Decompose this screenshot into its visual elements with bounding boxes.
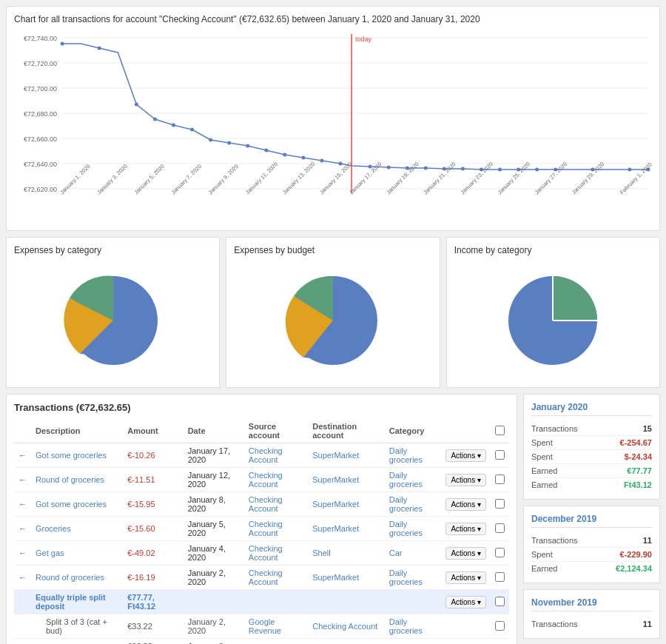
sidebar-row-0-0: Transactions15	[531, 422, 652, 436]
actions-button[interactable]: Actions	[445, 498, 486, 511]
sidebar-month-card-0: January 2020Transactions15Spent€-254.67S…	[523, 394, 660, 500]
row-source: Checking Account	[244, 517, 308, 541]
col-actions	[441, 419, 491, 443]
sidebar-row-value-0-0: 15	[643, 424, 652, 433]
svg-text:January 29, 2020: January 29, 2020	[571, 161, 605, 195]
svg-text:€72,720.00: €72,720.00	[24, 60, 57, 67]
row-checkbox[interactable]	[495, 572, 505, 582]
row-amount: €-15.60	[123, 517, 183, 541]
split-row-amount: €33.22	[123, 614, 183, 639]
row-checkbox[interactable]	[495, 523, 505, 533]
actions-button[interactable]: Actions	[445, 523, 486, 535]
svg-text:January 27, 2020: January 27, 2020	[534, 161, 568, 195]
row-checkbox[interactable]	[495, 450, 505, 460]
income-by-category-card: Income by category	[446, 237, 660, 388]
row-category: Daily groceries	[385, 443, 442, 468]
sidebar-row-value-0-4: Ft43.12	[624, 480, 652, 489]
row-actions-cell: Actions	[441, 517, 491, 541]
row-destination: SuperMarket	[308, 443, 384, 468]
svg-text:January 5, 2020: January 5, 2020	[132, 163, 165, 195]
sidebar-row-0-4: EarnedFt43.12	[531, 478, 652, 492]
row-checkbox[interactable]	[495, 499, 505, 509]
sidebar-row-0-1: Spent€-254.67	[531, 436, 652, 450]
svg-text:January 9, 2020: January 9, 2020	[207, 163, 240, 195]
select-all-checkbox[interactable]	[495, 426, 505, 435]
svg-point-35	[461, 167, 465, 171]
split-row-category	[385, 639, 442, 645]
split-header-checkbox[interactable]	[495, 597, 505, 606]
expenses-category-title: Expenses by category	[14, 245, 212, 255]
svg-text:January 1, 2020: January 1, 2020	[58, 163, 91, 195]
row-destination: SuperMarket	[308, 566, 384, 590]
row-description: Get gas	[31, 541, 123, 566]
row-description: Round of groceries	[31, 468, 123, 492]
row-category: Daily groceries	[385, 517, 442, 541]
row-checkbox[interactable]	[495, 474, 505, 484]
row-actions-cell: Actions	[441, 541, 491, 566]
split-row-source: Local Bank	[244, 639, 308, 645]
sidebar-row-label-2-0: Transactions	[531, 620, 578, 628]
actions-button[interactable]: Actions	[445, 449, 486, 462]
row-actions-cell: Actions	[441, 468, 491, 492]
svg-point-18	[135, 103, 138, 107]
svg-point-24	[246, 144, 249, 148]
sidebar-row-label-1-2: Earned	[531, 564, 557, 573]
svg-text:January 11, 2020: January 11, 2020	[244, 161, 279, 195]
row-category: Car	[385, 541, 442, 566]
actions-button[interactable]: Actions	[445, 474, 486, 486]
sidebar-row-0-2: Spent$-24.34	[531, 450, 652, 464]
sidebar-row-label-1-1: Spent	[531, 550, 553, 559]
split-row-source: Google Revenue	[244, 614, 308, 639]
svg-point-27	[301, 156, 305, 160]
sidebar-row-value-1-2: €2,124.34	[616, 564, 652, 573]
svg-point-20	[172, 124, 175, 127]
sidebar-row-0-3: Earned€77.77	[531, 464, 652, 478]
split-row-actions-cell	[441, 614, 491, 639]
split-row-description: Split 3 of 3 (cat + bud)	[31, 614, 123, 639]
split-row-checkbox[interactable]	[495, 621, 505, 631]
sidebar-row-label-0-2: Spent	[531, 452, 553, 461]
svg-point-26	[283, 153, 286, 157]
sidebar-row-value-0-1: €-254.67	[620, 438, 652, 447]
split-row-category: Daily groceries	[385, 614, 442, 639]
actions-button[interactable]: Actions	[445, 547, 486, 560]
split-actions-button[interactable]: Actions	[445, 596, 486, 608]
svg-point-33	[424, 167, 428, 170]
svg-text:January 23, 2020: January 23, 2020	[459, 161, 494, 195]
line-chart: €72,740.00 €72,720.00 €72,700.00 €72,680…	[14, 30, 652, 223]
sidebar-row-1-1: Spent€-229.90	[531, 548, 652, 562]
row-checkbox-cell	[491, 443, 509, 468]
col-description: Description	[31, 419, 123, 443]
row-checkbox-cell	[491, 468, 509, 492]
row-arrow: ←	[14, 566, 31, 590]
split-row-checkbox-cell	[491, 614, 509, 639]
row-amount: €-11.51	[123, 468, 183, 492]
row-amount: €-15.95	[123, 492, 183, 517]
sidebar-month-title-0[interactable]: January 2020	[531, 402, 652, 416]
svg-point-37	[498, 168, 502, 172]
actions-button[interactable]: Actions	[445, 571, 486, 584]
sidebar-month-title-1[interactable]: December 2019	[531, 514, 652, 528]
sidebar-row-label-0-4: Earned	[531, 480, 557, 489]
split-header-amount: €77.77, Ft43.12	[123, 590, 183, 614]
income-category-title: Income by category	[454, 245, 652, 255]
row-amount: €-49.02	[123, 541, 183, 566]
svg-text:January 21, 2020: January 21, 2020	[422, 161, 457, 195]
col-category: Category	[385, 419, 442, 443]
split-header-description: Equally triple split deposit	[31, 590, 123, 614]
svg-text:January 25, 2020: January 25, 2020	[497, 161, 531, 195]
svg-text:January 13, 2020: January 13, 2020	[281, 161, 316, 195]
row-checkbox[interactable]	[495, 548, 505, 557]
row-checkbox-cell	[491, 566, 509, 590]
svg-text:€72,640.00: €72,640.00	[24, 161, 57, 168]
split-header-arrow	[14, 590, 31, 614]
sidebar-month-title-2[interactable]: November 2019	[531, 597, 652, 611]
expenses-by-budget-card: Expenses by budget	[226, 237, 440, 388]
expenses-category-chart	[14, 261, 212, 380]
row-date: January 12, 2020	[184, 468, 244, 492]
row-actions-cell: Actions	[441, 566, 491, 590]
expenses-budget-title: Expenses by budget	[234, 245, 431, 255]
row-destination: SuperMarket	[308, 517, 384, 541]
transactions-card: Transactions (€72,632.65) Description Am…	[6, 394, 517, 644]
svg-point-39	[535, 168, 539, 172]
